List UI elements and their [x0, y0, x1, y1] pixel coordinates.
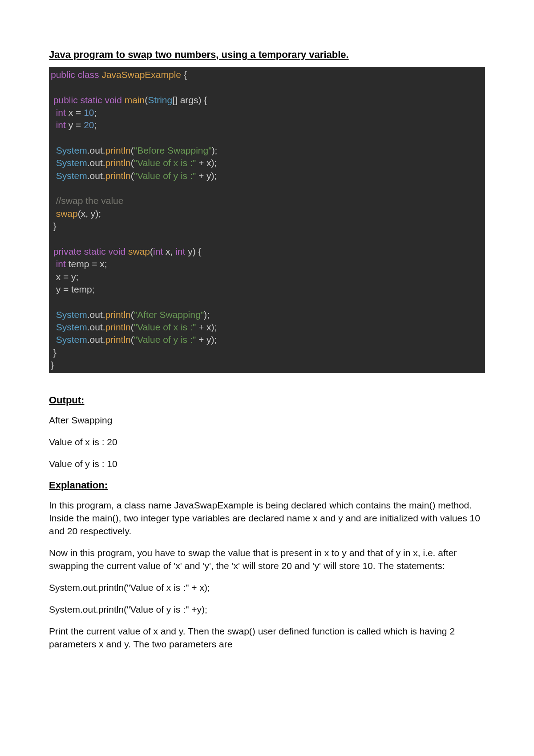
explanation-paragraph: System.out.println("Value of x is :" + x…	[49, 581, 485, 594]
explanation-paragraph: In this program, a class name JavaSwapEx…	[49, 499, 485, 538]
document-title: Java program to swap two numbers, using …	[49, 49, 485, 61]
explanation-paragraph: Now in this program, you have to swap th…	[49, 547, 485, 573]
explanation-heading: Explanation:	[49, 480, 485, 491]
output-line: Value of y is : 10	[49, 458, 485, 471]
explanation-paragraph: System.out.println("Value of y is :" +y)…	[49, 603, 485, 616]
explanation-paragraph: Print the current value of x and y. Then…	[49, 625, 485, 651]
output-line: Value of x is : 20	[49, 436, 485, 449]
output-line: After Swapping	[49, 414, 485, 427]
output-heading: Output:	[49, 394, 485, 406]
code-block: public class JavaSwapExample { public st…	[49, 67, 485, 373]
